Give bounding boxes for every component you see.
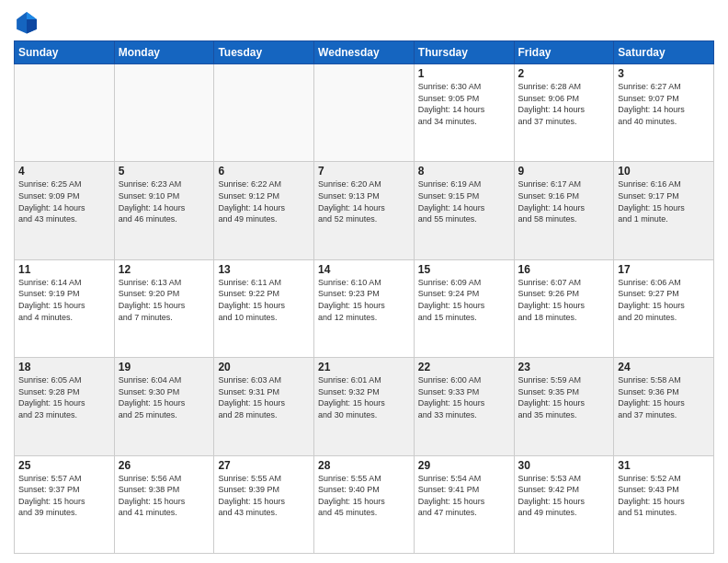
day-info: Sunrise: 5:54 AM Sunset: 9:41 PM Dayligh… (418, 473, 510, 519)
day-cell: 9Sunrise: 6:17 AM Sunset: 9:16 PM Daylig… (514, 162, 614, 259)
day-cell: 6Sunrise: 6:22 AM Sunset: 9:12 PM Daylig… (214, 162, 314, 259)
day-number: 24 (618, 361, 710, 373)
day-cell: 18Sunrise: 6:05 AM Sunset: 9:28 PM Dayli… (15, 358, 115, 455)
day-info: Sunrise: 6:23 AM Sunset: 9:10 PM Dayligh… (119, 178, 210, 224)
weekday-header-thursday: Thursday (414, 41, 514, 64)
day-cell: 30Sunrise: 5:53 AM Sunset: 9:42 PM Dayli… (514, 455, 614, 553)
weekday-header-saturday: Saturday (614, 41, 714, 64)
weekday-header-tuesday: Tuesday (214, 41, 314, 64)
day-cell: 11Sunrise: 6:14 AM Sunset: 9:19 PM Dayli… (15, 259, 115, 357)
day-number: 6 (218, 165, 310, 178)
day-cell: 17Sunrise: 6:06 AM Sunset: 9:27 PM Dayli… (614, 259, 714, 357)
day-number: 10 (618, 165, 710, 178)
day-number: 1 (418, 67, 510, 80)
day-info: Sunrise: 5:55 AM Sunset: 9:40 PM Dayligh… (318, 473, 410, 519)
day-number: 18 (18, 361, 110, 373)
day-cell: 10Sunrise: 6:16 AM Sunset: 9:17 PM Dayli… (614, 162, 714, 259)
day-cell (114, 64, 214, 162)
day-cell: 29Sunrise: 5:54 AM Sunset: 9:41 PM Dayli… (414, 455, 514, 553)
svg-marker-2 (27, 19, 37, 34)
day-info: Sunrise: 6:28 AM Sunset: 9:06 PM Dayligh… (518, 81, 610, 127)
day-cell (314, 64, 415, 162)
day-number: 27 (218, 459, 310, 472)
day-info: Sunrise: 6:06 AM Sunset: 9:27 PM Dayligh… (618, 277, 710, 323)
day-number: 5 (119, 165, 210, 178)
day-info: Sunrise: 6:25 AM Sunset: 9:09 PM Dayligh… (18, 178, 110, 224)
day-info: Sunrise: 6:01 AM Sunset: 9:32 PM Dayligh… (318, 374, 410, 420)
logo (14, 9, 43, 35)
day-info: Sunrise: 6:11 AM Sunset: 9:22 PM Dayligh… (218, 277, 310, 323)
weekday-header-sunday: Sunday (15, 41, 115, 64)
day-info: Sunrise: 6:03 AM Sunset: 9:31 PM Dayligh… (218, 374, 310, 420)
day-info: Sunrise: 5:56 AM Sunset: 9:38 PM Dayligh… (119, 473, 210, 519)
day-number: 29 (418, 459, 510, 472)
day-info: Sunrise: 6:17 AM Sunset: 9:16 PM Dayligh… (518, 178, 610, 224)
day-cell: 7Sunrise: 6:20 AM Sunset: 9:13 PM Daylig… (314, 162, 415, 259)
day-cell: 22Sunrise: 6:00 AM Sunset: 9:33 PM Dayli… (414, 358, 514, 455)
day-info: Sunrise: 6:09 AM Sunset: 9:24 PM Dayligh… (418, 277, 510, 323)
day-cell (214, 64, 314, 162)
day-info: Sunrise: 6:30 AM Sunset: 9:05 PM Dayligh… (418, 81, 510, 127)
weekday-header-wednesday: Wednesday (314, 41, 415, 64)
day-number: 8 (418, 165, 510, 178)
day-cell: 25Sunrise: 5:57 AM Sunset: 9:37 PM Dayli… (15, 455, 115, 553)
day-cell: 21Sunrise: 6:01 AM Sunset: 9:32 PM Dayli… (314, 358, 415, 455)
day-number: 31 (618, 459, 710, 472)
day-cell: 12Sunrise: 6:13 AM Sunset: 9:20 PM Dayli… (114, 259, 214, 357)
day-number: 23 (518, 361, 610, 373)
week-row-3: 11Sunrise: 6:14 AM Sunset: 9:19 PM Dayli… (15, 259, 714, 357)
day-info: Sunrise: 6:27 AM Sunset: 9:07 PM Dayligh… (618, 81, 710, 127)
weekday-header-friday: Friday (514, 41, 614, 64)
day-cell: 16Sunrise: 6:07 AM Sunset: 9:26 PM Dayli… (514, 259, 614, 357)
day-info: Sunrise: 6:00 AM Sunset: 9:33 PM Dayligh… (418, 374, 510, 420)
day-number: 9 (518, 165, 610, 178)
day-number: 14 (318, 263, 410, 276)
day-info: Sunrise: 5:55 AM Sunset: 9:39 PM Dayligh… (218, 473, 310, 519)
day-cell: 19Sunrise: 6:04 AM Sunset: 9:30 PM Dayli… (114, 358, 214, 455)
day-info: Sunrise: 6:20 AM Sunset: 9:13 PM Dayligh… (318, 178, 410, 224)
day-number: 16 (518, 263, 610, 276)
day-number: 28 (318, 459, 410, 472)
day-info: Sunrise: 5:57 AM Sunset: 9:37 PM Dayligh… (18, 473, 110, 519)
day-number: 30 (518, 459, 610, 472)
day-cell: 28Sunrise: 5:55 AM Sunset: 9:40 PM Dayli… (314, 455, 415, 553)
day-info: Sunrise: 6:14 AM Sunset: 9:19 PM Dayligh… (18, 277, 110, 323)
day-cell: 31Sunrise: 5:52 AM Sunset: 9:43 PM Dayli… (614, 455, 714, 553)
day-number: 7 (318, 165, 410, 178)
day-number: 15 (418, 263, 510, 276)
day-info: Sunrise: 6:07 AM Sunset: 9:26 PM Dayligh… (518, 277, 610, 323)
day-cell: 27Sunrise: 5:55 AM Sunset: 9:39 PM Dayli… (214, 455, 314, 553)
header (14, 9, 714, 35)
day-cell: 8Sunrise: 6:19 AM Sunset: 9:15 PM Daylig… (414, 162, 514, 259)
day-number: 2 (518, 67, 610, 80)
day-number: 22 (418, 361, 510, 373)
day-number: 13 (218, 263, 310, 276)
day-cell: 15Sunrise: 6:09 AM Sunset: 9:24 PM Dayli… (414, 259, 514, 357)
day-cell: 3Sunrise: 6:27 AM Sunset: 9:07 PM Daylig… (614, 64, 714, 162)
day-info: Sunrise: 6:22 AM Sunset: 9:12 PM Dayligh… (218, 178, 310, 224)
day-cell (15, 64, 115, 162)
weekday-header-row: SundayMondayTuesdayWednesdayThursdayFrid… (15, 41, 714, 64)
day-info: Sunrise: 5:59 AM Sunset: 9:35 PM Dayligh… (518, 374, 610, 420)
day-cell: 5Sunrise: 6:23 AM Sunset: 9:10 PM Daylig… (114, 162, 214, 259)
day-number: 17 (618, 263, 710, 276)
day-number: 4 (18, 165, 110, 178)
day-info: Sunrise: 5:52 AM Sunset: 9:43 PM Dayligh… (618, 473, 710, 519)
day-info: Sunrise: 6:13 AM Sunset: 9:20 PM Dayligh… (119, 277, 210, 323)
calendar: SundayMondayTuesdayWednesdayThursdayFrid… (14, 40, 714, 554)
day-number: 20 (218, 361, 310, 373)
page: SundayMondayTuesdayWednesdayThursdayFrid… (0, 0, 728, 563)
day-cell: 20Sunrise: 6:03 AM Sunset: 9:31 PM Dayli… (214, 358, 314, 455)
day-number: 21 (318, 361, 410, 373)
day-info: Sunrise: 6:10 AM Sunset: 9:23 PM Dayligh… (318, 277, 410, 323)
day-number: 19 (119, 361, 210, 373)
day-cell: 13Sunrise: 6:11 AM Sunset: 9:22 PM Dayli… (214, 259, 314, 357)
day-cell: 4Sunrise: 6:25 AM Sunset: 9:09 PM Daylig… (15, 162, 115, 259)
day-cell: 26Sunrise: 5:56 AM Sunset: 9:38 PM Dayli… (114, 455, 214, 553)
day-number: 26 (119, 459, 210, 472)
logo-icon (14, 9, 40, 35)
day-info: Sunrise: 6:16 AM Sunset: 9:17 PM Dayligh… (618, 178, 710, 224)
week-row-5: 25Sunrise: 5:57 AM Sunset: 9:37 PM Dayli… (15, 455, 714, 553)
day-info: Sunrise: 5:58 AM Sunset: 9:36 PM Dayligh… (618, 374, 710, 420)
day-info: Sunrise: 6:05 AM Sunset: 9:28 PM Dayligh… (18, 374, 110, 420)
